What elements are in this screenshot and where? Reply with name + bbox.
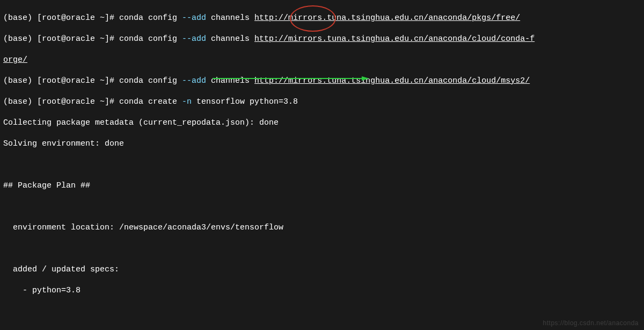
cmd-text: channels bbox=[206, 76, 254, 85]
spec-item: - python=3.8 bbox=[3, 285, 641, 296]
flag-n: -n bbox=[182, 97, 192, 106]
cmd-line-2-cont: orge/ bbox=[3, 55, 641, 66]
cmd-text: channels bbox=[206, 34, 254, 44]
blank bbox=[3, 243, 641, 254]
terminal-output: (base) [root@oracle ~]# conda config --a… bbox=[0, 0, 644, 330]
prompt: (base) [root@oracle ~]# bbox=[3, 76, 119, 85]
blank bbox=[3, 202, 641, 212]
output-collecting: Collecting package metadata (current_rep… bbox=[3, 118, 641, 128]
cmd-line-2: (base) [root@oracle ~]# conda config --a… bbox=[3, 34, 641, 45]
cmd-line-3: (base) [root@oracle ~]# conda config --a… bbox=[3, 76, 641, 87]
flag-add: --add bbox=[182, 13, 206, 23]
cmd-text: conda config bbox=[119, 76, 182, 85]
flag-add: --add bbox=[182, 34, 206, 44]
channel-url-condaforge-cont[interactable]: orge/ bbox=[3, 55, 27, 64]
package-plan-header: ## Package Plan ## bbox=[3, 181, 641, 191]
cmd-text: channels bbox=[206, 13, 254, 23]
cmd-line-1: (base) [root@oracle ~]# conda config --a… bbox=[3, 13, 641, 24]
cmd-text: conda create bbox=[119, 97, 182, 106]
watermark: https://blog.csdn.net/anaconda bbox=[543, 319, 639, 328]
cmd-text: conda config bbox=[119, 34, 182, 44]
cmd-text: conda config bbox=[119, 13, 182, 23]
env-location: environment location: /newspace/aconada3… bbox=[3, 223, 641, 233]
cmd-line-4: (base) [root@oracle ~]# conda create -n … bbox=[3, 97, 641, 107]
added-specs-header: added / updated specs: bbox=[3, 264, 641, 275]
channel-url-msys2[interactable]: http://mirrors.tuna.tsinghua.edu.cn/anac… bbox=[254, 76, 530, 85]
prompt: (base) [root@oracle ~]# bbox=[3, 97, 119, 106]
blank bbox=[3, 306, 641, 317]
prompt: (base) [root@oracle ~]# bbox=[3, 34, 119, 44]
output-solving: Solving environment: done bbox=[3, 139, 641, 149]
blank bbox=[3, 160, 641, 170]
channel-url-free[interactable]: http://mirrors.tuna.tsinghua.edu.cn/anac… bbox=[254, 13, 520, 23]
cmd-text: tensorflow python=3.8 bbox=[192, 97, 298, 106]
flag-add: --add bbox=[182, 76, 206, 85]
prompt: (base) [root@oracle ~]# bbox=[3, 13, 119, 23]
channel-url-condaforge[interactable]: http://mirrors.tuna.tsinghua.edu.cn/anac… bbox=[254, 34, 535, 44]
